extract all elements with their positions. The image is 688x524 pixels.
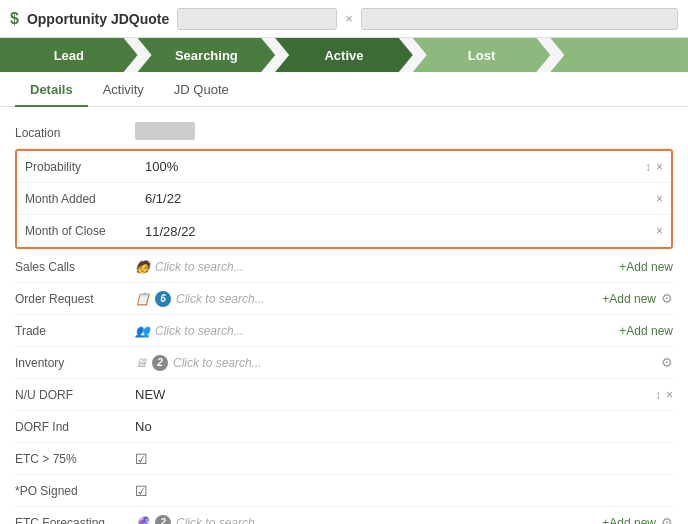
order-request-badge: 6 <box>155 291 171 307</box>
field-row-inventory: Inventory 🖥 2 Click to search... ⚙ <box>15 347 673 379</box>
month-of-close-remove-icon[interactable]: × <box>656 224 663 238</box>
progress-step-lost[interactable]: Lost <box>413 38 551 72</box>
etc-forecasting-placeholder: Click to search... <box>176 516 265 525</box>
trade-value: 👥 Click to search... <box>135 324 619 338</box>
sales-calls-placeholder: Click to search... <box>155 260 244 274</box>
progress-step-active-label: Active <box>324 48 363 63</box>
etc-forecasting-badge: 2 <box>155 515 171 525</box>
tab-jd-quote[interactable]: JD Quote <box>159 72 244 107</box>
field-row-location: Location <box>15 117 673 149</box>
dorf-ind-value[interactable]: No <box>135 419 673 434</box>
etc-75-label: ETC > 75% <box>15 452 135 466</box>
field-row-trade: Trade 👥 Click to search... +Add new <box>15 315 673 347</box>
field-row-month-added: Month Added 6/1/22 × <box>17 183 671 215</box>
inventory-gear-icon[interactable]: ⚙ <box>661 355 673 370</box>
month-added-actions: × <box>656 192 663 206</box>
dollar-icon: $ <box>10 10 19 28</box>
sales-calls-label: Sales Calls <box>15 260 135 274</box>
progress-step-searching[interactable]: Searching <box>138 38 276 72</box>
inventory-search[interactable]: 🖥 2 Click to search... <box>135 355 661 371</box>
progress-step-lost-label: Lost <box>468 48 495 63</box>
month-added-remove-icon[interactable]: × <box>656 192 663 206</box>
probability-actions: ↕ × <box>645 160 663 174</box>
trade-search[interactable]: 👥 Click to search... <box>135 324 619 338</box>
inventory-icon: 🖥 <box>135 356 147 370</box>
progress-bar: Lead Searching Active Lost <box>0 38 688 72</box>
field-row-etc-75: ETC > 75% ☑ <box>15 443 673 475</box>
probability-sort-icon[interactable]: ↕ <box>645 160 651 174</box>
progress-step-extra[interactable] <box>550 38 688 72</box>
order-request-label: Order Request <box>15 292 135 306</box>
nu-dorf-value[interactable]: NEW <box>135 387 655 402</box>
field-row-dorf-ind: DORF Ind No <box>15 411 673 443</box>
header-right-search-input[interactable] <box>361 8 678 30</box>
order-request-gear-icon[interactable]: ⚙ <box>661 291 673 306</box>
etc-forecasting-gear-icon[interactable]: ⚙ <box>661 515 673 524</box>
sales-calls-actions: +Add new <box>619 260 673 274</box>
fields-container: Location Probability 100% ↕ × Month Adde… <box>0 117 688 524</box>
tab-details[interactable]: Details <box>15 72 88 107</box>
probability-label: Probability <box>25 160 145 174</box>
probability-value[interactable]: 100% <box>145 159 645 174</box>
inventory-placeholder: Click to search... <box>173 356 262 370</box>
location-value[interactable] <box>135 122 673 143</box>
month-added-value[interactable]: 6/1/22 <box>145 191 656 206</box>
month-of-close-actions: × <box>656 224 663 238</box>
inventory-label: Inventory <box>15 356 135 370</box>
trade-add-btn[interactable]: +Add new <box>619 324 673 338</box>
field-row-nu-dorf: N/U DORF NEW ↕ × <box>15 379 673 411</box>
order-request-add-btn[interactable]: +Add new <box>602 292 656 306</box>
order-request-actions: +Add new ⚙ <box>602 291 673 306</box>
etc-forecasting-search[interactable]: 🔮 2 Click to search... <box>135 515 602 525</box>
field-row-etc-forecasting: ETC Forecasting 🔮 2 Click to search... +… <box>15 507 673 524</box>
header-search-input[interactable] <box>177 8 337 30</box>
location-box <box>135 122 195 140</box>
progress-step-searching-label: Searching <box>175 48 238 63</box>
nu-dorf-actions: ↕ × <box>655 388 673 402</box>
field-row-month-of-close: Month of Close 11/28/22 × <box>17 215 671 247</box>
etc-75-checkbox[interactable]: ☑ <box>135 451 673 467</box>
nu-dorf-label: N/U DORF <box>15 388 135 402</box>
etc-forecasting-actions: +Add new ⚙ <box>602 515 673 524</box>
field-row-sales-calls: Sales Calls 🧑 Click to search... +Add ne… <box>15 251 673 283</box>
month-of-close-value[interactable]: 11/28/22 <box>145 224 656 239</box>
progress-step-active[interactable]: Active <box>275 38 413 72</box>
dorf-ind-label: DORF Ind <box>15 420 135 434</box>
trade-icon: 👥 <box>135 324 150 338</box>
probability-remove-icon[interactable]: × <box>656 160 663 174</box>
etc-forecasting-icon: 🔮 <box>135 516 150 525</box>
location-label: Location <box>15 126 135 140</box>
inventory-actions: ⚙ <box>661 355 673 370</box>
tab-activity[interactable]: Activity <box>88 72 159 107</box>
etc-forecasting-value: 🔮 2 Click to search... <box>135 515 602 525</box>
main-content: Details Activity JD Quote Location Proba… <box>0 72 688 524</box>
order-request-icon: 📋 <box>135 292 150 306</box>
sales-calls-value: 🧑 Click to search... <box>135 260 619 274</box>
order-request-search[interactable]: 📋 6 Click to search... <box>135 291 602 307</box>
sales-calls-add-btn[interactable]: +Add new <box>619 260 673 274</box>
field-row-order-request: Order Request 📋 6 Click to search... +Ad… <box>15 283 673 315</box>
progress-step-lead[interactable]: Lead <box>0 38 138 72</box>
close-icon[interactable]: × <box>345 11 353 26</box>
trade-label: Trade <box>15 324 135 338</box>
po-signed-label: *PO Signed <box>15 484 135 498</box>
header-bar: $ Opportunity JDQuote × <box>0 0 688 38</box>
field-row-po-signed: *PO Signed ☑ <box>15 475 673 507</box>
etc-forecasting-add-btn[interactable]: +Add new <box>602 516 656 525</box>
field-row-probability: Probability 100% ↕ × <box>17 151 671 183</box>
order-request-value: 📋 6 Click to search... <box>135 291 602 307</box>
orange-border-section: Probability 100% ↕ × Month Added 6/1/22 … <box>15 149 673 249</box>
nu-dorf-remove-icon[interactable]: × <box>666 388 673 402</box>
nu-dorf-sort-icon[interactable]: ↕ <box>655 388 661 402</box>
trade-actions: +Add new <box>619 324 673 338</box>
month-of-close-label: Month of Close <box>25 224 145 238</box>
progress-step-lead-label: Lead <box>54 48 84 63</box>
sales-calls-search[interactable]: 🧑 Click to search... <box>135 260 619 274</box>
month-added-label: Month Added <box>25 192 145 206</box>
po-signed-checkbox[interactable]: ☑ <box>135 483 673 499</box>
inventory-badge: 2 <box>152 355 168 371</box>
trade-placeholder: Click to search... <box>155 324 244 338</box>
sales-calls-icon: 🧑 <box>135 260 150 274</box>
order-request-placeholder: Click to search... <box>176 292 265 306</box>
page-title: Opportunity JDQuote <box>27 11 169 27</box>
